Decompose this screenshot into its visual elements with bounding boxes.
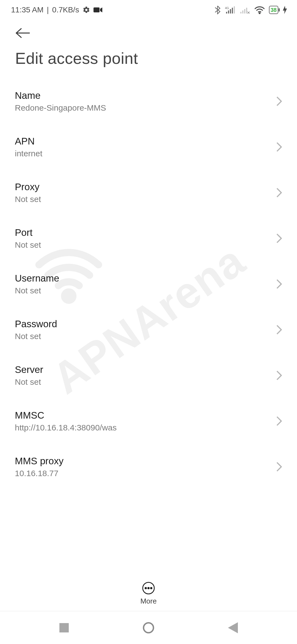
chevron-right-icon [276, 462, 282, 472]
navigation-bar [0, 611, 297, 644]
signal-4g-icon: 4G [225, 6, 236, 14]
svg-text:4G: 4G [225, 6, 229, 10]
page-title: Edit access point [15, 49, 282, 67]
setting-item-password[interactable]: Password Not set [13, 307, 284, 353]
setting-item-port[interactable]: Port Not set [13, 215, 284, 261]
setting-value: internet [15, 149, 42, 158]
chevron-right-icon [276, 142, 282, 152]
setting-value: Not set [15, 240, 41, 250]
svg-rect-9 [242, 10, 243, 13]
svg-rect-7 [234, 6, 235, 13]
chevron-right-icon [276, 96, 282, 107]
chevron-right-icon [276, 370, 282, 381]
setting-item-name[interactable]: Name Redone-Singapore-MMS [13, 78, 284, 124]
more-button[interactable]: More [0, 582, 297, 605]
svg-text:✕: ✕ [247, 10, 250, 14]
charging-icon [283, 6, 287, 14]
svg-rect-5 [230, 9, 231, 13]
svg-rect-18 [59, 623, 69, 632]
status-separator: | [47, 6, 49, 14]
triangle-left-icon [228, 622, 238, 633]
svg-point-19 [144, 623, 153, 633]
setting-item-proxy[interactable]: Proxy Not set [13, 170, 284, 215]
setting-label: MMS proxy [15, 455, 64, 466]
setting-label: Proxy [15, 181, 41, 192]
setting-value: 10.16.18.77 [15, 469, 64, 478]
svg-point-13 [259, 13, 260, 14]
square-icon [59, 623, 69, 632]
chevron-right-icon [276, 233, 282, 244]
more-label: More [140, 597, 156, 605]
setting-label: Server [15, 364, 43, 375]
setting-value: Not set [15, 332, 57, 341]
chevron-right-icon [276, 279, 282, 289]
nav-recent-button[interactable] [56, 620, 72, 636]
chevron-right-icon [276, 187, 282, 198]
svg-rect-1 [94, 7, 100, 12]
setting-item-apn[interactable]: APN internet [13, 124, 284, 170]
svg-point-15 [145, 588, 147, 589]
setting-value: Not set [15, 286, 59, 295]
gear-icon [82, 6, 90, 14]
settings-list: Name Redone-Singapore-MMS APN internet P… [0, 78, 297, 478]
status-time: 11:35 AM [11, 6, 43, 14]
nav-home-button[interactable] [140, 620, 157, 636]
back-arrow-icon[interactable] [15, 28, 31, 39]
setting-item-mms-proxy[interactable]: MMS proxy 10.16.18.77 [13, 444, 284, 478]
setting-item-username[interactable]: Username Not set [13, 261, 284, 307]
header: Edit access point [0, 20, 297, 78]
setting-label: APN [15, 136, 42, 147]
svg-rect-6 [232, 8, 233, 13]
setting-label: Username [15, 273, 59, 284]
battery-indicator: 38 [269, 6, 278, 14]
signal-no-sim-icon: ✕ [240, 6, 250, 14]
setting-item-server[interactable]: Server Not set [13, 353, 284, 398]
svg-point-17 [151, 588, 152, 589]
svg-rect-3 [226, 12, 227, 13]
wifi-icon [255, 6, 265, 14]
svg-rect-10 [244, 9, 245, 13]
chevron-right-icon [276, 324, 282, 335]
camera-icon [94, 7, 102, 13]
setting-label: Name [15, 90, 106, 101]
bluetooth-icon [215, 6, 221, 14]
svg-rect-4 [228, 10, 229, 13]
setting-value: Not set [15, 195, 41, 204]
setting-label: Port [15, 227, 41, 238]
status-bar: 11:35 AM | 0.7KB/s 4G ✕ 38 [0, 0, 297, 20]
setting-value: http://10.16.18.4:38090/was [15, 423, 117, 432]
setting-value: Not set [15, 377, 43, 387]
svg-point-16 [148, 588, 149, 589]
status-speed: 0.7KB/s [52, 6, 79, 14]
setting-item-mmsc[interactable]: MMSC http://10.16.18.4:38090/was [13, 398, 284, 444]
more-dots-icon [142, 582, 155, 595]
setting-label: MMSC [15, 410, 117, 421]
chevron-right-icon [276, 416, 282, 426]
setting-value: Redone-Singapore-MMS [15, 103, 106, 113]
setting-label: Password [15, 318, 57, 329]
circle-icon [142, 622, 155, 634]
svg-rect-8 [240, 12, 241, 13]
nav-back-button[interactable] [225, 620, 241, 636]
